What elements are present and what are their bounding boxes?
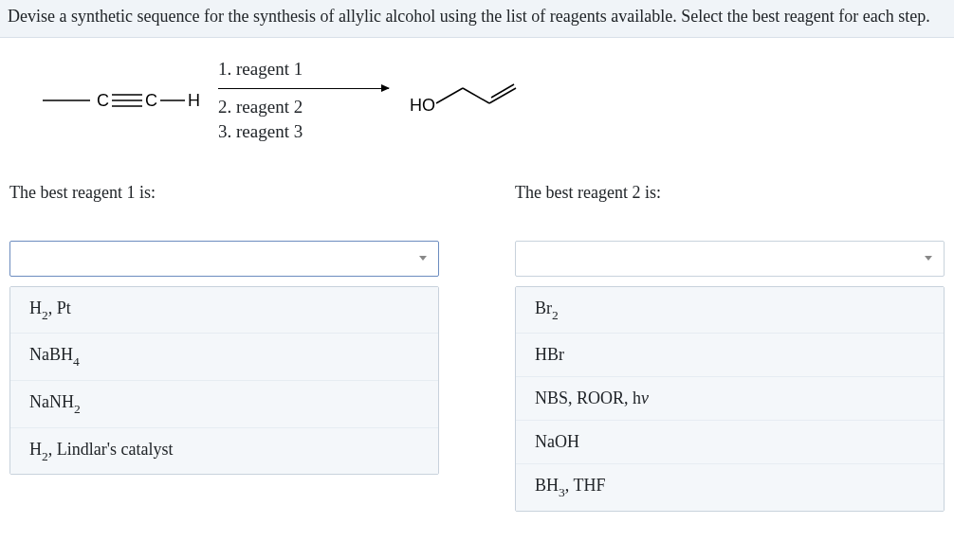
svg-text:HO: HO xyxy=(410,96,435,115)
svg-line-10 xyxy=(463,88,489,103)
reagent-1-option[interactable]: H2, Pt xyxy=(10,287,438,334)
reagent-2-option-list: Br2HBrNBS, ROOR, hvNaOHBH3, THF xyxy=(515,286,945,512)
chevron-down-icon xyxy=(419,256,427,261)
reagent-1-option[interactable]: NaNH2 xyxy=(10,381,438,428)
reagent-2-column: The best reagent 2 is: Br2HBrNBS, ROOR, … xyxy=(515,183,945,512)
svg-line-9 xyxy=(436,88,463,103)
reagent-2-prompt: The best reagent 2 is: xyxy=(515,183,945,203)
reagent-step-2: 2. reagent 2 xyxy=(218,95,303,120)
svg-text:C: C xyxy=(97,91,109,110)
reagent-2-option[interactable]: Br2 xyxy=(516,287,944,334)
chevron-down-icon xyxy=(925,256,932,261)
svg-text:C: C xyxy=(145,91,157,110)
product-structure: HO xyxy=(408,77,531,124)
reagent-1-option[interactable]: NaBH4 xyxy=(10,334,438,381)
reaction-scheme: C C H 1. reagent 1 2. reagent 2 3. reage… xyxy=(0,38,954,183)
reagent-1-prompt: The best reagent 1 is: xyxy=(9,183,439,203)
reagent-1-dropdown[interactable] xyxy=(9,241,439,277)
reagent-2-dropdown[interactable] xyxy=(515,241,945,277)
svg-text:H: H xyxy=(188,91,199,110)
reagent-1-column: The best reagent 1 is: H2, PtNaBH4NaNH2H… xyxy=(9,183,439,512)
reagent-2-option[interactable]: BH3, THF xyxy=(516,464,944,511)
reagent-2-option[interactable]: NaOH xyxy=(516,421,944,464)
reagent-step-3: 3. reagent 3 xyxy=(218,119,303,145)
reaction-arrow-block: 1. reagent 1 2. reagent 2 3. reagent 3 xyxy=(218,57,389,145)
reaction-arrow xyxy=(218,88,389,89)
reagent-2-option[interactable]: NBS, ROOR, hv xyxy=(516,377,944,421)
reagent-1-option-list: H2, PtNaBH4NaNH2H2, Lindlar's catalyst xyxy=(9,286,439,475)
reagent-2-option[interactable]: HBr xyxy=(516,334,944,377)
reagent-step-1: 1. reagent 1 xyxy=(218,57,303,82)
reagent-1-option[interactable]: H2, Lindlar's catalyst xyxy=(10,428,438,475)
starting-material-structure: C C H xyxy=(38,81,199,119)
question-text: Devise a synthetic sequence for the synt… xyxy=(8,4,946,37)
